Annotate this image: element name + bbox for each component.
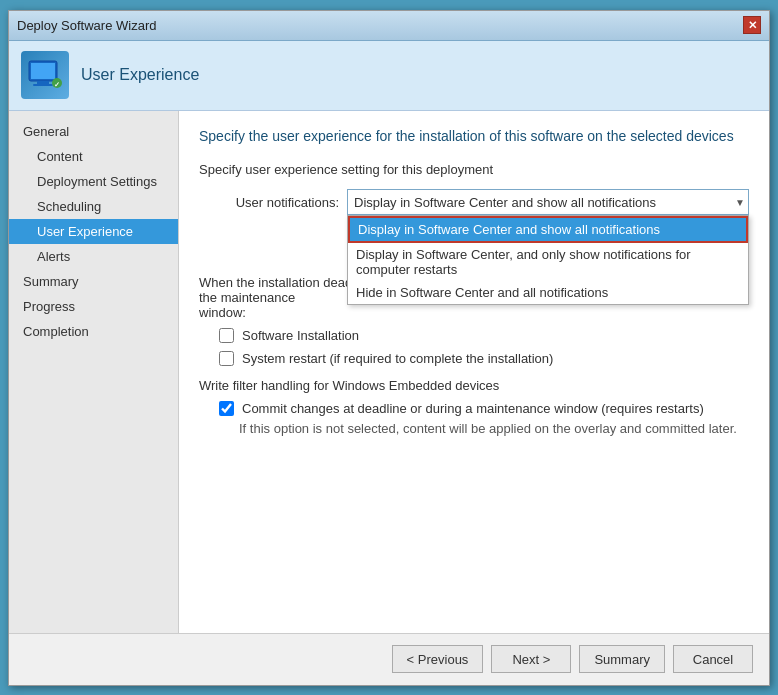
- commit-label: Commit changes at deadline or during a m…: [242, 401, 704, 416]
- software-installation-row: Software Installation: [199, 328, 749, 343]
- section-label: Specify user experience setting for this…: [199, 162, 749, 177]
- user-notifications-label: User notifications:: [199, 195, 339, 210]
- system-restart-checkbox[interactable]: [219, 351, 234, 366]
- svg-rect-2: [37, 81, 49, 84]
- user-notifications-select[interactable]: Display in Software Center and show all …: [347, 189, 749, 215]
- cancel-button[interactable]: Cancel: [673, 645, 753, 673]
- svg-rect-1: [31, 63, 55, 79]
- software-installation-label: Software Installation: [242, 328, 359, 343]
- next-button[interactable]: Next >: [491, 645, 571, 673]
- content-area: General Content Deployment Settings Sche…: [9, 111, 769, 633]
- commit-row: Commit changes at deadline or during a m…: [199, 401, 749, 416]
- sidebar-item-scheduling[interactable]: Scheduling: [9, 194, 178, 219]
- sidebar-item-general[interactable]: General: [9, 119, 178, 144]
- summary-button[interactable]: Summary: [579, 645, 665, 673]
- dropdown-option-1[interactable]: Display in Software Center and show all …: [348, 216, 748, 243]
- sidebar-item-user-experience[interactable]: User Experience: [9, 219, 178, 244]
- dropdown-selected-value: Display in Software Center and show all …: [354, 195, 656, 210]
- close-button[interactable]: ✕: [743, 16, 761, 34]
- commit-checkbox[interactable]: [219, 401, 234, 416]
- svg-rect-3: [33, 84, 53, 86]
- software-installation-checkbox[interactable]: [219, 328, 234, 343]
- dropdown-overlay: Display in Software Center and show all …: [347, 215, 749, 305]
- wizard-window: Deploy Software Wizard ✕ ✓ User Experien…: [8, 10, 770, 686]
- main-title: Specify the user experience for the inst…: [199, 127, 749, 147]
- sidebar-item-completion[interactable]: Completion: [9, 319, 178, 344]
- dropdown-arrow-icon: ▼: [735, 197, 745, 208]
- main-panel: Specify the user experience for the inst…: [179, 111, 769, 633]
- sidebar-item-deployment-settings[interactable]: Deployment Settings: [9, 169, 178, 194]
- wizard-header-title: User Experience: [81, 66, 199, 84]
- system-restart-row: System restart (if required to complete …: [199, 351, 749, 366]
- footer: < Previous Next > Summary Cancel: [9, 633, 769, 685]
- write-filter-section: Write filter handling for Windows Embedd…: [199, 378, 749, 438]
- sidebar-item-alerts[interactable]: Alerts: [9, 244, 178, 269]
- wizard-header: ✓ User Experience: [9, 41, 769, 111]
- user-notifications-dropdown-container: Display in Software Center and show all …: [347, 189, 749, 215]
- header-icon: ✓: [21, 51, 69, 99]
- window-title: Deploy Software Wizard: [17, 18, 156, 33]
- dropdown-option-2[interactable]: Display in Software Center, and only sho…: [348, 243, 748, 281]
- title-bar: Deploy Software Wizard ✕: [9, 11, 769, 41]
- sidebar-item-summary[interactable]: Summary: [9, 269, 178, 294]
- dropdown-option-3[interactable]: Hide in Software Center and all notifica…: [348, 281, 748, 304]
- svg-text:✓: ✓: [54, 81, 60, 88]
- sidebar: General Content Deployment Settings Sche…: [9, 111, 179, 633]
- previous-button[interactable]: < Previous: [392, 645, 484, 673]
- write-filter-label: Write filter handling for Windows Embedd…: [199, 378, 749, 393]
- sidebar-item-content[interactable]: Content: [9, 144, 178, 169]
- sidebar-item-progress[interactable]: Progress: [9, 294, 178, 319]
- system-restart-label: System restart (if required to complete …: [242, 351, 553, 366]
- user-notifications-row: User notifications: Display in Software …: [199, 189, 749, 215]
- info-text: If this option is not selected, content …: [199, 420, 749, 438]
